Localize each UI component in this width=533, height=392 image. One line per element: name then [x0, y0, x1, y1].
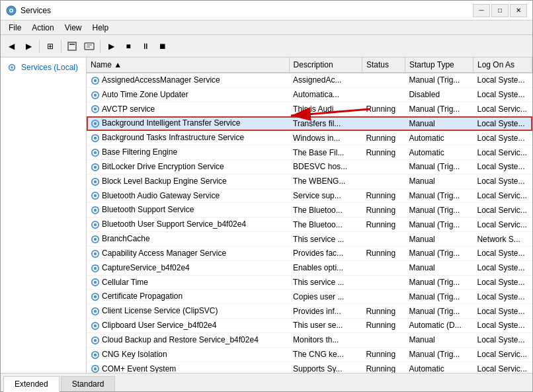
table-row[interactable]: Base Filtering Engine The Base Fil... Ru… [87, 145, 532, 160]
table-row[interactable]: Bluetooth Audio Gateway Service Service … [87, 188, 532, 203]
svg-point-49 [94, 353, 97, 356]
service-description: The CNG ke... [289, 347, 362, 362]
services-table: Name ▲ Description Status Startup Type L… [87, 58, 532, 373]
stop-button[interactable]: ■ [120, 38, 136, 54]
tab-extended[interactable]: Extended [3, 376, 60, 392]
pause-button[interactable]: ⏸ [138, 38, 153, 54]
title-bar: Services ─ □ ✕ [1, 1, 532, 20]
svg-point-43 [94, 310, 97, 313]
service-description: Supports Sy... [289, 362, 362, 373]
service-startup: Automatic (D... [405, 319, 473, 333]
service-logon: Local Servic... [473, 217, 532, 232]
menu-view[interactable]: View [60, 22, 87, 34]
svg-point-33 [94, 238, 97, 241]
menu-file[interactable]: File [3, 22, 26, 34]
service-name: Cellular Time [87, 275, 289, 290]
service-startup: Manual [405, 333, 473, 347]
table-row[interactable]: Certificate Propagation Copies user ... … [87, 290, 532, 304]
service-status [362, 159, 405, 174]
svg-rect-4 [69, 44, 75, 45]
svg-point-27 [94, 194, 97, 197]
service-name: Background Tasks Infrastructure Service [87, 131, 289, 145]
forward-button[interactable]: ▶ [20, 38, 36, 54]
table-row[interactable]: Bluetooth User Support Service_b4f02e4 T… [87, 217, 532, 232]
service-logon: Local Syste... [473, 73, 532, 87]
table-row[interactable]: AVCTP service This is Audi... Running Ma… [87, 102, 532, 116]
service-name: Capability Access Manager Service [87, 246, 289, 260]
service-name: Cloud Backup and Restore Service_b4f02e4 [87, 333, 289, 347]
service-gear-icon [91, 104, 100, 114]
service-logon: Local Syste... [473, 319, 532, 333]
service-name: Base Filtering Engine [87, 145, 289, 160]
svg-point-13 [94, 93, 97, 96]
table-row[interactable]: Block Level Backup Engine Service The WB… [87, 174, 532, 188]
header-logon-as[interactable]: Log On As [473, 58, 532, 73]
service-startup: Manual [405, 116, 473, 131]
table-row[interactable]: Bluetooth Support Service The Bluetoo...… [87, 203, 532, 217]
service-gear-icon [91, 235, 100, 244]
service-description: Provides fac... [289, 246, 362, 260]
menu-action[interactable]: Action [26, 22, 59, 34]
play-button[interactable]: ▶ [103, 38, 119, 54]
service-description: The WBENG... [289, 174, 362, 188]
table-row[interactable]: Cloud Backup and Restore Service_b4f02e4… [87, 333, 532, 347]
service-status: Running [362, 347, 405, 362]
svg-point-2 [11, 9, 13, 11]
up-button[interactable]: ⊞ [42, 38, 58, 54]
service-status: Running [362, 102, 405, 116]
svg-rect-3 [68, 42, 76, 50]
minimize-button[interactable]: ─ [473, 4, 490, 17]
service-status [362, 275, 405, 290]
header-status[interactable]: Status [362, 58, 405, 73]
table-row[interactable]: CNG Key Isolation The CNG ke... Running … [87, 347, 532, 362]
service-startup: Manual (Trig... [405, 347, 473, 362]
sidebar-item-services-local[interactable]: Services (Local) [3, 60, 83, 75]
service-logon: Local Syste... [473, 174, 532, 188]
table-row[interactable]: Capability Access Manager Service Provid… [87, 246, 532, 260]
service-status: Running [362, 217, 405, 232]
service-gear-icon [91, 163, 100, 172]
menu-help[interactable]: Help [87, 22, 114, 34]
service-startup: Manual (Trig... [405, 203, 473, 217]
service-description: The Bluetoo... [289, 203, 362, 217]
table-row[interactable]: Background Tasks Infrastructure Service … [87, 131, 532, 145]
table-row[interactable]: Client License Service (ClipSVC) Provide… [87, 304, 532, 319]
table-row[interactable]: BranchCache This service ... Manual Netw… [87, 232, 532, 247]
table-row[interactable]: Cellular Time This service ... Manual (T… [87, 275, 532, 290]
back-button[interactable]: ◀ [3, 38, 19, 54]
toolbar-sep-1 [39, 40, 40, 53]
toolbar-sep-2 [61, 40, 62, 53]
menu-bar: File Action View Help [1, 20, 532, 35]
service-status: Running [362, 304, 405, 319]
service-description: AssignedAc... [289, 73, 362, 87]
table-row[interactable]: Auto Time Zone Updater Automatica... Dis… [87, 87, 532, 102]
table-row[interactable]: Background Intelligent Transfer Service … [87, 116, 532, 131]
table-row[interactable]: AssignedAccessManager Service AssignedAc… [87, 73, 532, 87]
header-description[interactable]: Description [289, 58, 362, 73]
table-row[interactable]: BitLocker Drive Encryption Service BDESV… [87, 159, 532, 174]
service-description: This service ... [289, 275, 362, 290]
service-gear-icon [91, 91, 100, 100]
header-name[interactable]: Name ▲ [87, 58, 289, 73]
close-button[interactable]: ✕ [510, 4, 527, 17]
restart-button[interactable]: ⏹ [155, 38, 171, 54]
table-row[interactable]: CaptureService_b4f02e4 Enables opti... M… [87, 260, 532, 275]
bottom-tabs: Extended Standard [1, 373, 532, 391]
show-hide-button[interactable] [64, 38, 80, 54]
service-description: This is Audi... [289, 102, 362, 116]
service-name: CNG Key Isolation [87, 347, 289, 362]
header-startup-type[interactable]: Startup Type [405, 58, 473, 73]
maximize-button[interactable]: □ [491, 4, 509, 17]
tab-standard[interactable]: Standard [61, 376, 116, 391]
table-row[interactable]: COM+ Event System Supports Sy... Running… [87, 362, 532, 373]
svg-point-37 [94, 266, 97, 269]
table-row[interactable]: Clipboard User Service_b4f02e4 This user… [87, 319, 532, 333]
services-list-container[interactable]: Name ▲ Description Status Startup Type L… [87, 58, 532, 373]
service-description: Transfers fil... [289, 116, 362, 131]
svg-point-21 [94, 151, 97, 154]
svg-point-11 [94, 79, 97, 82]
service-name: Auto Time Zone Updater [87, 87, 289, 102]
service-gear-icon [91, 278, 100, 287]
properties-button[interactable] [81, 38, 97, 54]
service-status: Running [362, 145, 405, 160]
